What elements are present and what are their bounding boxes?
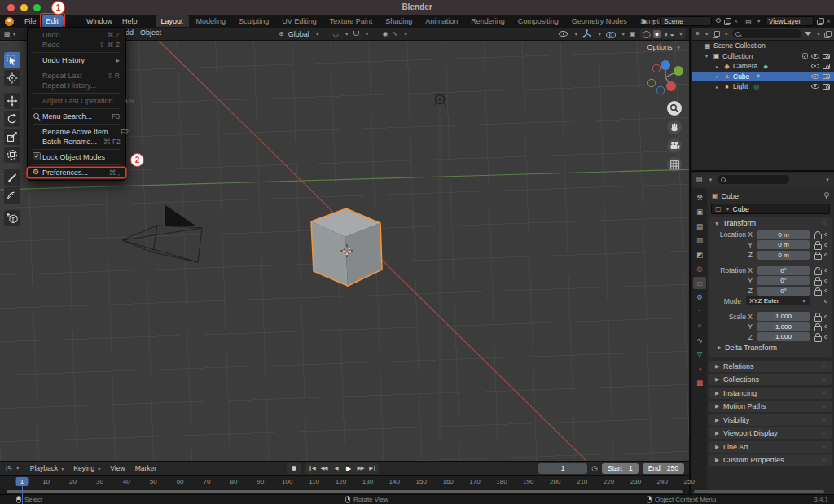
properties-tab[interactable]: [693, 234, 706, 247]
pin-icon[interactable]: [715, 18, 721, 25]
expand-arrow-icon[interactable]: ▸: [716, 64, 722, 69]
collapsed-panel-header[interactable]: ▶Custom Properties≡: [709, 454, 832, 466]
scene-name-field[interactable]: Scene: [660, 16, 712, 26]
proportional-editing-icon[interactable]: ◉: [383, 30, 388, 37]
panel-grip-icon[interactable]: ≡: [822, 430, 826, 437]
jump-to-start-button[interactable]: ❙◀: [305, 465, 318, 471]
outliner-filter-icon[interactable]: [713, 31, 719, 37]
edit-menu-item[interactable]: Adjust Last Operation... F9: [28, 96, 125, 106]
end-frame-field[interactable]: End250: [643, 463, 684, 474]
lock-icon[interactable]: [814, 313, 821, 321]
panel-grip-icon[interactable]: ≡: [823, 220, 827, 227]
outliner-row[interactable]: ▸ Camera: [692, 61, 834, 72]
collapsed-panel-header[interactable]: ▶Viewport Display≡: [709, 427, 832, 439]
playback-menu[interactable]: Playback▾: [30, 464, 64, 472]
chevron-down-icon[interactable]: ▼: [816, 32, 821, 37]
hide-eye-icon[interactable]: [811, 54, 819, 59]
ruler-tick[interactable]: 210: [577, 478, 587, 485]
outliner-search-input[interactable]: [732, 29, 801, 38]
ruler-tick[interactable]: 130: [362, 478, 373, 485]
value-field[interactable]: 1.000: [757, 332, 810, 341]
properties-tab[interactable]: [693, 305, 706, 318]
ruler-tick[interactable]: 40: [123, 478, 130, 485]
chevron-down-icon[interactable]: ▼: [757, 19, 762, 24]
disable-render-icon[interactable]: [823, 64, 830, 69]
chevron-down-icon[interactable]: ▼: [705, 32, 709, 37]
clock-icon[interactable]: ◷: [591, 464, 598, 472]
chevron-down-icon[interactable]: ▼: [678, 32, 683, 37]
edit-menu-item[interactable]: Rename Active Item... F2: [28, 127, 125, 137]
timeline-ruler[interactable]: 1 10 20 30 40 50 60 70 80: [0, 475, 689, 489]
pin-icon[interactable]: [823, 192, 829, 199]
falloff-icon[interactable]: ∿: [393, 30, 398, 37]
edit-menu-item[interactable]: Repeat Last ⇧ R: [28, 71, 125, 81]
chevron-down-icon[interactable]: ▼: [621, 32, 626, 37]
animate-dot-icon[interactable]: [824, 233, 827, 236]
collapsed-panel-header[interactable]: ▶Visibility≡: [709, 414, 832, 426]
shading-material-icon[interactable]: ◑: [663, 30, 667, 38]
edit-menu-item[interactable]: [33, 68, 120, 68]
playhead[interactable]: 1: [16, 477, 29, 486]
edit-menu-item[interactable]: Redo ⇧ ⌘ Z: [28, 40, 125, 50]
play-button[interactable]: ▶: [342, 465, 354, 472]
object-name-field[interactable]: ▢▼ Cube: [711, 204, 830, 214]
chevron-down-icon[interactable]: ▼: [597, 32, 602, 37]
shading-solid-icon[interactable]: ●: [653, 30, 661, 38]
new-view-layer-icon[interactable]: [817, 18, 823, 24]
hide-eye-icon[interactable]: [811, 84, 819, 89]
properties-tab[interactable]: [693, 320, 706, 332]
ruler-tick[interactable]: 190: [523, 478, 533, 485]
start-frame-field[interactable]: Start1: [602, 463, 639, 474]
collapsed-panel-header[interactable]: ▶Instancing≡: [709, 388, 832, 399]
panel-grip-icon[interactable]: ≡: [822, 416, 826, 423]
collapsed-panel-header[interactable]: ▶Line Art≡: [709, 441, 832, 453]
value-field[interactable]: 1.000: [757, 322, 810, 331]
tool-transform[interactable]: [4, 147, 20, 163]
properties-tab[interactable]: [693, 191, 706, 204]
ortho-grid-icon[interactable]: [667, 157, 682, 172]
delta-transform-header[interactable]: ▶Delta Transform: [709, 343, 832, 353]
edit-menu-item[interactable]: Undo History ▸: [28, 55, 125, 65]
edit-menu-item[interactable]: Lock Object Modes: [28, 152, 125, 162]
panel-grip-icon[interactable]: ≡: [822, 389, 826, 397]
navigation-gizmo[interactable]: [647, 59, 684, 96]
workspace-tab[interactable]: Compositing: [512, 15, 564, 27]
transform-orientation[interactable]: Global: [288, 30, 309, 38]
value-field[interactable]: 1.000: [757, 312, 810, 321]
panel-grip-icon[interactable]: ≡: [822, 457, 826, 464]
ruler-tick[interactable]: 220: [604, 478, 614, 485]
play-reverse-button[interactable]: ◀: [330, 465, 342, 471]
chevron-down-icon[interactable]: ▼: [652, 19, 656, 24]
chevron-down-icon[interactable]: ▼: [709, 177, 713, 182]
ruler-tick[interactable]: 200: [550, 478, 560, 485]
ruler-tick[interactable]: 20: [69, 478, 77, 485]
xray-toggle-icon[interactable]: ▣: [630, 30, 636, 37]
timeline-scrollbar[interactable]: [7, 490, 683, 493]
exclude-checkbox[interactable]: [802, 53, 808, 59]
ruler-tick[interactable]: 90: [257, 478, 264, 485]
keying-menu[interactable]: Keying▾: [73, 464, 100, 472]
lock-icon[interactable]: [814, 322, 821, 331]
ruler-tick[interactable]: 180: [496, 478, 507, 485]
chevron-down-icon[interactable]: ▼: [825, 177, 830, 182]
ruler-tick[interactable]: 80: [230, 478, 237, 485]
snap-magnet-icon[interactable]: [353, 31, 359, 37]
properties-tab[interactable]: [693, 248, 706, 261]
animate-dot-icon[interactable]: [824, 315, 827, 318]
gizmos-toggle-icon[interactable]: [582, 29, 591, 38]
properties-tab[interactable]: [693, 220, 706, 232]
outliner-mode-icon[interactable]: ≡: [696, 30, 700, 37]
properties-tab[interactable]: [693, 348, 706, 361]
workspace-tab[interactable]: Animation: [419, 15, 463, 27]
lock-icon[interactable]: [814, 251, 821, 259]
panel-grip-icon[interactable]: ≡: [822, 443, 826, 450]
tool-add-cube[interactable]: [4, 210, 20, 226]
edit-menu-item[interactable]: [33, 52, 120, 53]
view-layer-icon[interactable]: ▤: [745, 18, 752, 25]
chevron-down-icon[interactable]: ▼: [724, 32, 729, 37]
lock-icon[interactable]: [814, 230, 821, 239]
ruler-tick[interactable]: 110: [309, 478, 319, 485]
filter-funnel-icon[interactable]: [805, 32, 811, 36]
edit-menu-item[interactable]: [33, 164, 120, 165]
panel-grip-icon[interactable]: ≡: [822, 376, 826, 383]
